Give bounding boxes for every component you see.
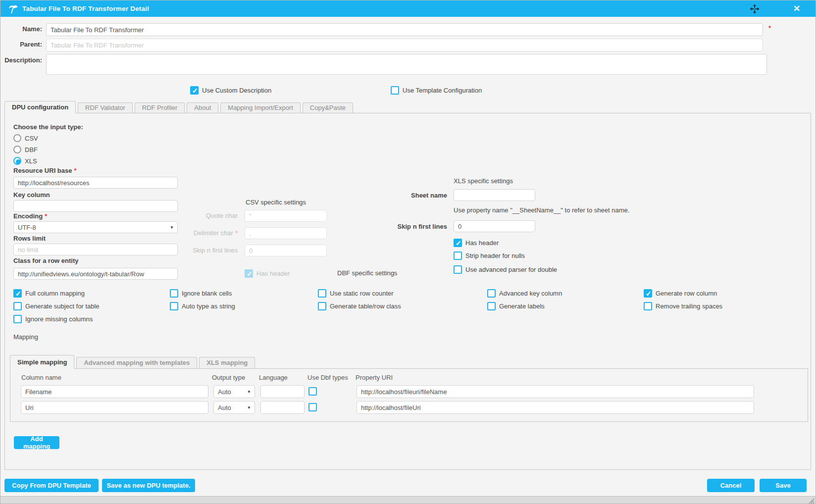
key-column-input[interactable]	[13, 200, 178, 212]
use-custom-description-checkbox[interactable]	[190, 86, 199, 95]
input-type-option-dbf[interactable]: DBF	[13, 145, 38, 154]
input-type-option-xls[interactable]: XLS	[13, 156, 37, 166]
generate-subject-checkbox[interactable]	[13, 302, 22, 310]
save-button[interactable]: Save	[760, 479, 807, 492]
csv-has-header-label: Has header	[256, 270, 290, 277]
dbf-settings-title: DBF specific settings	[337, 269, 397, 277]
generate-subject-option[interactable]: Generate subject for table	[13, 302, 100, 310]
row-class-input[interactable]	[13, 268, 178, 280]
tab-xls-mapping[interactable]: XLS mapping	[199, 357, 255, 368]
auto-type-string-option[interactable]: Auto type as string	[170, 302, 235, 310]
advanced-key-column-label: Advanced key column	[499, 290, 562, 297]
rows-limit-input[interactable]	[13, 244, 178, 255]
description-textarea[interactable]	[46, 54, 767, 75]
tab-mapping-import-export[interactable]: Mapping Import/Export	[220, 102, 301, 113]
generate-row-column-option[interactable]: Generate row column	[644, 289, 722, 298]
tab-dpu-configuration[interactable]: DPU configuration	[4, 101, 76, 113]
simple-mapping-panel: Column name Output type Language Use Dbf…	[10, 368, 808, 422]
tab-about[interactable]: About	[187, 102, 218, 113]
full-column-mapping-label: Full column mapping	[25, 290, 85, 297]
advanced-parser-option[interactable]: Use advanced parser for double	[454, 265, 557, 274]
resize-grip-icon[interactable]	[808, 497, 815, 504]
xls-radio[interactable]	[13, 157, 21, 165]
dbf-radio[interactable]	[13, 146, 21, 153]
dpu-detail-dialog: Tabular File To RDF Transformer Detail ✕…	[0, 0, 816, 504]
cancel-button[interactable]: Cancel	[707, 479, 755, 492]
tab-copy-paste[interactable]: Copy&Paste	[303, 102, 353, 113]
resource-uri-base-label: Resource URI base*	[13, 167, 77, 174]
tab-simple-mapping[interactable]: Simple mapping	[10, 355, 74, 369]
delimiter-char-input	[245, 227, 327, 239]
xls-skip-lines-input[interactable]	[454, 220, 535, 232]
remove-trailing-spaces-option[interactable]: Remove trailing spaces	[644, 302, 722, 310]
save-as-new-dpu-template-button[interactable]: Save as new DPU template.	[102, 479, 195, 492]
mapping-row-output-type-select[interactable]: Auto	[213, 385, 255, 398]
use-custom-description-option[interactable]: Use Custom Description	[190, 86, 271, 95]
csv-skip-lines-input	[245, 245, 327, 256]
tab-rdf-profiler[interactable]: RDF Profiler	[135, 102, 185, 113]
sheet-name-hint: Use property name "__SheetName__" to ref…	[454, 206, 629, 214]
advanced-key-column-checkbox[interactable]	[487, 289, 496, 298]
table-row-class-label: Generate table/row class	[330, 302, 401, 310]
tab-rdf-validator[interactable]: RDF Validator	[78, 102, 133, 113]
advanced-parser-checkbox[interactable]	[454, 265, 462, 274]
static-row-counter-checkbox[interactable]	[318, 289, 326, 298]
table-row-class-option[interactable]: Generate table/row class	[318, 302, 401, 310]
generate-labels-option[interactable]: Generate labels	[487, 302, 562, 310]
auto-type-string-checkbox[interactable]	[170, 302, 178, 310]
csv-settings-title: CSV specific settings	[246, 199, 306, 206]
full-column-mapping-checkbox[interactable]	[13, 289, 22, 298]
ignore-missing-columns-checkbox[interactable]	[13, 315, 22, 323]
status-bar	[0, 496, 816, 504]
strip-header-option[interactable]: Strip header for nulls	[454, 251, 525, 260]
name-label: Name:	[0, 25, 42, 33]
copy-from-dpu-template-button[interactable]: Copy From DPU Template	[4, 479, 99, 492]
strip-header-label: Strip header for nulls	[465, 252, 525, 259]
mapping-row-property-uri-input[interactable]	[357, 401, 754, 414]
static-row-counter-option[interactable]: Use static row counter	[318, 289, 401, 298]
mapping-row-property-uri-input[interactable]	[357, 385, 754, 398]
sheet-name-label: Sheet name	[386, 192, 447, 199]
mapping-row-column-name-input[interactable]	[21, 385, 208, 398]
xls-has-header-checkbox[interactable]	[454, 239, 462, 247]
encoding-select[interactable]: UTF-8	[13, 221, 178, 233]
name-required-mark: *	[768, 24, 771, 32]
table-row-class-checkbox[interactable]	[318, 302, 326, 310]
name-input[interactable]	[46, 23, 763, 36]
remove-trailing-spaces-label: Remove trailing spaces	[656, 302, 722, 310]
mapping-row-language-input[interactable]	[260, 401, 305, 414]
options-column-5: Generate row column Remove trailing spac…	[644, 289, 722, 314]
auto-type-string-label: Auto type as string	[182, 302, 235, 310]
ignore-missing-columns-option[interactable]: Ignore missing columns	[13, 314, 100, 323]
generate-row-column-label: Generate row column	[656, 290, 717, 297]
xls-has-header-option[interactable]: Has header	[454, 238, 499, 247]
generate-labels-checkbox[interactable]	[487, 302, 496, 310]
csv-radio[interactable]	[13, 134, 21, 142]
mapping-row-column-name-input[interactable]	[21, 401, 208, 414]
mapping-row-use-dbf-checkbox[interactable]	[308, 403, 317, 411]
sheet-name-input[interactable]	[454, 189, 535, 201]
use-template-configuration-option[interactable]: Use Template Configuration	[391, 86, 482, 95]
move-icon[interactable]	[749, 3, 760, 14]
options-column-1: Full column mapping Generate subject for…	[13, 289, 100, 327]
advanced-key-column-option[interactable]: Advanced key column	[487, 289, 562, 298]
strip-header-checkbox[interactable]	[454, 252, 462, 260]
options-column-3: Use static row counter Generate table/ro…	[318, 289, 401, 314]
add-mapping-button[interactable]: Add mapping	[14, 436, 59, 449]
csv-skip-lines-label: Skip n first lines	[173, 247, 238, 254]
input-type-option-csv[interactable]: CSV	[13, 133, 38, 143]
close-icon[interactable]: ✕	[791, 2, 803, 14]
description-label: Description:	[0, 56, 42, 64]
ignore-blank-cells-option[interactable]: Ignore blank cells	[170, 289, 235, 298]
mapping-row-language-input[interactable]	[260, 385, 305, 398]
generate-row-column-checkbox[interactable]	[644, 289, 652, 298]
full-column-mapping-option[interactable]: Full column mapping	[13, 289, 100, 298]
mapping-row-output-type-select[interactable]: Auto	[213, 401, 255, 414]
use-template-configuration-checkbox[interactable]	[391, 86, 399, 95]
ignore-blank-cells-checkbox[interactable]	[170, 289, 178, 298]
remove-trailing-spaces-checkbox[interactable]	[644, 302, 652, 310]
mapping-row-use-dbf-checkbox[interactable]	[308, 387, 317, 396]
resource-uri-base-input[interactable]	[13, 177, 178, 189]
tab-advanced-mapping[interactable]: Advanced mapping with templates	[76, 357, 197, 368]
rows-limit-label: Rows limit	[13, 235, 46, 242]
